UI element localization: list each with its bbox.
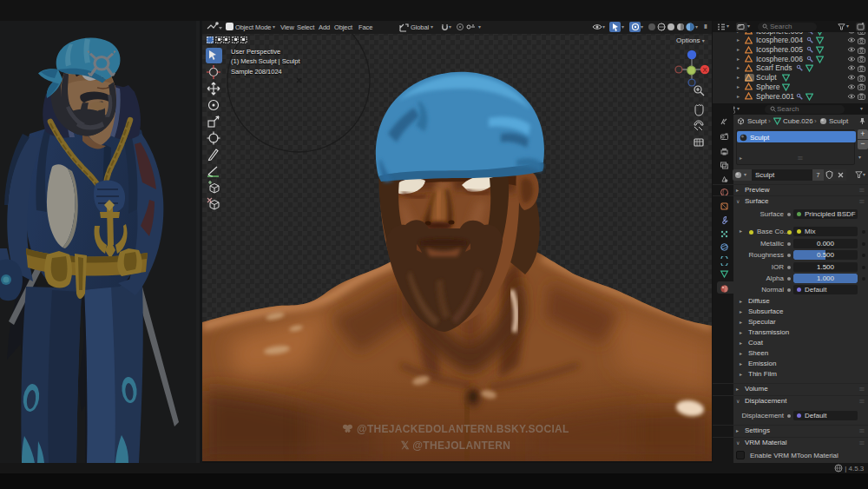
svg-text:X: X xyxy=(702,66,707,74)
